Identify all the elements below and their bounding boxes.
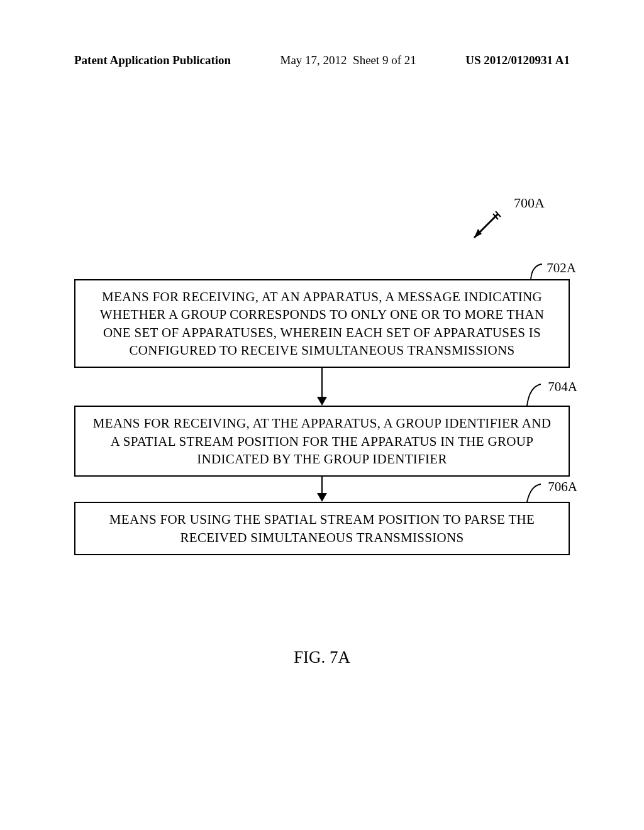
page-header: Patent Application Publication May 17, 2… — [0, 53, 644, 67]
hook-icon — [523, 382, 542, 407]
connector-arrow — [74, 368, 570, 406]
hook-icon — [526, 262, 543, 280]
means-box-706a: MEANS FOR USING THE SPATIAL STREAM POSIT… — [74, 502, 570, 555]
publication-number: US 2012/0120931 A1 — [465, 53, 570, 67]
ref-label-706a: 706A — [548, 479, 577, 495]
arrowhead-down-icon — [317, 493, 327, 502]
ref-label-704a: 704A — [548, 379, 577, 395]
connector-arrow — [74, 477, 570, 502]
publication-date: May 17, 2012 — [280, 53, 347, 67]
flow-diagram: 702A MEANS FOR RECEIVING, AT AN APPARATU… — [74, 264, 570, 555]
publication-type: Patent Application Publication — [74, 53, 231, 67]
arrowhead-down-icon — [317, 397, 327, 406]
hook-icon — [523, 482, 542, 503]
arrow-icon — [467, 211, 502, 243]
figure-caption: FIG. 7A — [74, 648, 570, 667]
sheet-number: Sheet 9 of 21 — [353, 53, 416, 67]
ref-label-700a: 700A — [514, 195, 545, 211]
ref-label-702a: 702A — [547, 260, 576, 276]
publication-date-sheet: May 17, 2012 Sheet 9 of 21 — [280, 53, 416, 67]
means-box-704a: MEANS FOR RECEIVING, AT THE APPARATUS, A… — [74, 406, 570, 477]
means-box-702a: MEANS FOR RECEIVING, AT AN APPARATUS, A … — [74, 279, 570, 368]
